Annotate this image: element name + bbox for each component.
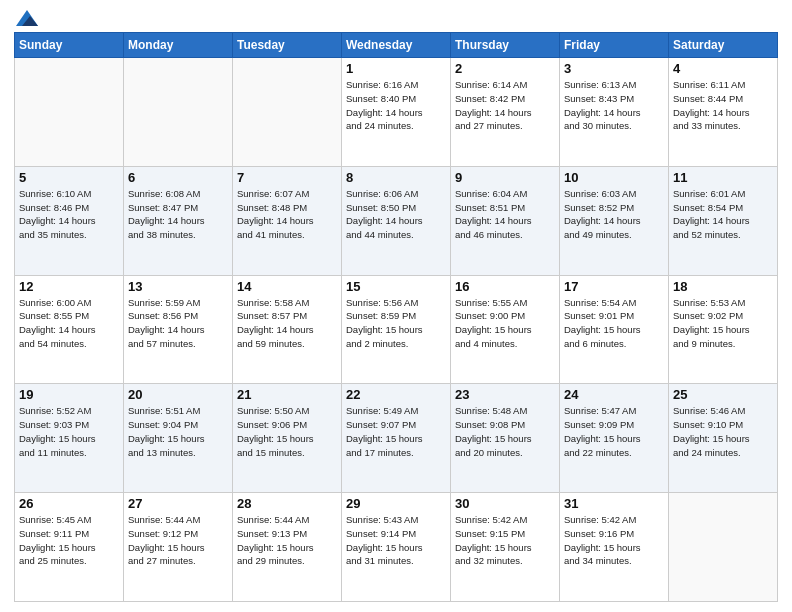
day-number: 23 [455, 387, 555, 402]
calendar-cell: 25Sunrise: 5:46 AM Sunset: 9:10 PM Dayli… [669, 384, 778, 493]
day-info: Sunrise: 6:07 AM Sunset: 8:48 PM Dayligh… [237, 187, 337, 242]
day-info: Sunrise: 6:04 AM Sunset: 8:51 PM Dayligh… [455, 187, 555, 242]
day-number: 5 [19, 170, 119, 185]
calendar-cell: 5Sunrise: 6:10 AM Sunset: 8:46 PM Daylig… [15, 166, 124, 275]
calendar-cell: 11Sunrise: 6:01 AM Sunset: 8:54 PM Dayli… [669, 166, 778, 275]
day-number: 17 [564, 279, 664, 294]
day-number: 13 [128, 279, 228, 294]
day-number: 27 [128, 496, 228, 511]
calendar-cell: 15Sunrise: 5:56 AM Sunset: 8:59 PM Dayli… [342, 275, 451, 384]
day-number: 26 [19, 496, 119, 511]
day-info: Sunrise: 5:53 AM Sunset: 9:02 PM Dayligh… [673, 296, 773, 351]
day-info: Sunrise: 6:08 AM Sunset: 8:47 PM Dayligh… [128, 187, 228, 242]
day-info: Sunrise: 5:59 AM Sunset: 8:56 PM Dayligh… [128, 296, 228, 351]
day-info: Sunrise: 6:14 AM Sunset: 8:42 PM Dayligh… [455, 78, 555, 133]
weekday-header: Thursday [451, 33, 560, 58]
day-number: 3 [564, 61, 664, 76]
weekday-header: Monday [124, 33, 233, 58]
weekday-header: Friday [560, 33, 669, 58]
calendar-cell: 20Sunrise: 5:51 AM Sunset: 9:04 PM Dayli… [124, 384, 233, 493]
calendar-cell: 28Sunrise: 5:44 AM Sunset: 9:13 PM Dayli… [233, 493, 342, 602]
calendar-cell: 12Sunrise: 6:00 AM Sunset: 8:55 PM Dayli… [15, 275, 124, 384]
calendar-week: 19Sunrise: 5:52 AM Sunset: 9:03 PM Dayli… [15, 384, 778, 493]
calendar-cell: 7Sunrise: 6:07 AM Sunset: 8:48 PM Daylig… [233, 166, 342, 275]
day-number: 14 [237, 279, 337, 294]
calendar-cell: 13Sunrise: 5:59 AM Sunset: 8:56 PM Dayli… [124, 275, 233, 384]
calendar-cell: 4Sunrise: 6:11 AM Sunset: 8:44 PM Daylig… [669, 58, 778, 167]
calendar-cell [233, 58, 342, 167]
day-info: Sunrise: 5:55 AM Sunset: 9:00 PM Dayligh… [455, 296, 555, 351]
day-number: 7 [237, 170, 337, 185]
day-info: Sunrise: 6:00 AM Sunset: 8:55 PM Dayligh… [19, 296, 119, 351]
day-number: 10 [564, 170, 664, 185]
calendar-cell: 26Sunrise: 5:45 AM Sunset: 9:11 PM Dayli… [15, 493, 124, 602]
day-number: 25 [673, 387, 773, 402]
day-number: 8 [346, 170, 446, 185]
calendar-week: 1Sunrise: 6:16 AM Sunset: 8:40 PM Daylig… [15, 58, 778, 167]
day-number: 16 [455, 279, 555, 294]
day-info: Sunrise: 5:50 AM Sunset: 9:06 PM Dayligh… [237, 404, 337, 459]
day-number: 31 [564, 496, 664, 511]
day-info: Sunrise: 6:16 AM Sunset: 8:40 PM Dayligh… [346, 78, 446, 133]
day-info: Sunrise: 5:48 AM Sunset: 9:08 PM Dayligh… [455, 404, 555, 459]
calendar-cell: 3Sunrise: 6:13 AM Sunset: 8:43 PM Daylig… [560, 58, 669, 167]
calendar-cell: 18Sunrise: 5:53 AM Sunset: 9:02 PM Dayli… [669, 275, 778, 384]
calendar-cell: 14Sunrise: 5:58 AM Sunset: 8:57 PM Dayli… [233, 275, 342, 384]
day-number: 20 [128, 387, 228, 402]
day-info: Sunrise: 6:06 AM Sunset: 8:50 PM Dayligh… [346, 187, 446, 242]
day-number: 29 [346, 496, 446, 511]
calendar-cell: 16Sunrise: 5:55 AM Sunset: 9:00 PM Dayli… [451, 275, 560, 384]
day-number: 19 [19, 387, 119, 402]
header-row: SundayMondayTuesdayWednesdayThursdayFrid… [15, 33, 778, 58]
calendar-cell: 2Sunrise: 6:14 AM Sunset: 8:42 PM Daylig… [451, 58, 560, 167]
day-info: Sunrise: 5:58 AM Sunset: 8:57 PM Dayligh… [237, 296, 337, 351]
day-info: Sunrise: 6:10 AM Sunset: 8:46 PM Dayligh… [19, 187, 119, 242]
day-number: 11 [673, 170, 773, 185]
calendar-cell: 10Sunrise: 6:03 AM Sunset: 8:52 PM Dayli… [560, 166, 669, 275]
calendar-cell: 23Sunrise: 5:48 AM Sunset: 9:08 PM Dayli… [451, 384, 560, 493]
day-info: Sunrise: 5:49 AM Sunset: 9:07 PM Dayligh… [346, 404, 446, 459]
header [14, 10, 778, 26]
calendar-week: 5Sunrise: 6:10 AM Sunset: 8:46 PM Daylig… [15, 166, 778, 275]
day-info: Sunrise: 5:42 AM Sunset: 9:15 PM Dayligh… [455, 513, 555, 568]
calendar-cell: 9Sunrise: 6:04 AM Sunset: 8:51 PM Daylig… [451, 166, 560, 275]
day-info: Sunrise: 5:51 AM Sunset: 9:04 PM Dayligh… [128, 404, 228, 459]
day-number: 18 [673, 279, 773, 294]
calendar-cell: 8Sunrise: 6:06 AM Sunset: 8:50 PM Daylig… [342, 166, 451, 275]
day-number: 21 [237, 387, 337, 402]
day-info: Sunrise: 6:03 AM Sunset: 8:52 PM Dayligh… [564, 187, 664, 242]
day-info: Sunrise: 5:44 AM Sunset: 9:12 PM Dayligh… [128, 513, 228, 568]
day-info: Sunrise: 5:43 AM Sunset: 9:14 PM Dayligh… [346, 513, 446, 568]
calendar-cell: 27Sunrise: 5:44 AM Sunset: 9:12 PM Dayli… [124, 493, 233, 602]
day-number: 15 [346, 279, 446, 294]
calendar-cell [669, 493, 778, 602]
weekday-header: Tuesday [233, 33, 342, 58]
calendar-week: 12Sunrise: 6:00 AM Sunset: 8:55 PM Dayli… [15, 275, 778, 384]
calendar-cell: 22Sunrise: 5:49 AM Sunset: 9:07 PM Dayli… [342, 384, 451, 493]
day-info: Sunrise: 5:46 AM Sunset: 9:10 PM Dayligh… [673, 404, 773, 459]
calendar-cell: 31Sunrise: 5:42 AM Sunset: 9:16 PM Dayli… [560, 493, 669, 602]
day-info: Sunrise: 5:54 AM Sunset: 9:01 PM Dayligh… [564, 296, 664, 351]
calendar-cell: 21Sunrise: 5:50 AM Sunset: 9:06 PM Dayli… [233, 384, 342, 493]
day-number: 1 [346, 61, 446, 76]
logo-icon [16, 10, 38, 26]
day-info: Sunrise: 5:45 AM Sunset: 9:11 PM Dayligh… [19, 513, 119, 568]
calendar-cell: 19Sunrise: 5:52 AM Sunset: 9:03 PM Dayli… [15, 384, 124, 493]
calendar-cell: 30Sunrise: 5:42 AM Sunset: 9:15 PM Dayli… [451, 493, 560, 602]
calendar-cell: 29Sunrise: 5:43 AM Sunset: 9:14 PM Dayli… [342, 493, 451, 602]
day-number: 9 [455, 170, 555, 185]
calendar-cell [15, 58, 124, 167]
calendar-week: 26Sunrise: 5:45 AM Sunset: 9:11 PM Dayli… [15, 493, 778, 602]
day-info: Sunrise: 6:13 AM Sunset: 8:43 PM Dayligh… [564, 78, 664, 133]
calendar-cell [124, 58, 233, 167]
day-info: Sunrise: 5:52 AM Sunset: 9:03 PM Dayligh… [19, 404, 119, 459]
day-info: Sunrise: 6:01 AM Sunset: 8:54 PM Dayligh… [673, 187, 773, 242]
day-info: Sunrise: 5:44 AM Sunset: 9:13 PM Dayligh… [237, 513, 337, 568]
weekday-header: Saturday [669, 33, 778, 58]
day-info: Sunrise: 5:56 AM Sunset: 8:59 PM Dayligh… [346, 296, 446, 351]
day-number: 6 [128, 170, 228, 185]
day-info: Sunrise: 5:47 AM Sunset: 9:09 PM Dayligh… [564, 404, 664, 459]
calendar-cell: 24Sunrise: 5:47 AM Sunset: 9:09 PM Dayli… [560, 384, 669, 493]
day-number: 28 [237, 496, 337, 511]
day-number: 2 [455, 61, 555, 76]
